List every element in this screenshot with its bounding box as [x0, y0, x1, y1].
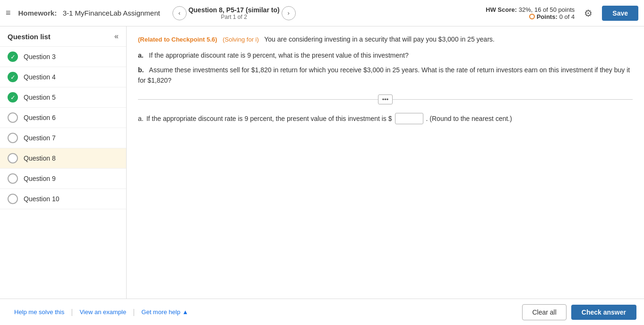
sidebar-header: Question list « [0, 26, 126, 47]
question-info: Question 8, P5-17 (similar to) Part 1 of… [189, 6, 280, 20]
sidebar-item-label-q9: Question 9 [24, 175, 56, 182]
bottom-bar: Help me solve this | View an example | G… [0, 299, 644, 325]
main-layout: Question list « ✓ Question 3 ✓ Question … [0, 26, 644, 299]
answer-part-a-suffix: . (Round to the nearest cent.) [426, 115, 512, 122]
nav-arrows: ‹ Question 8, P5-17 (similar to) Part 1 … [172, 6, 296, 20]
answer-part-a-prefix: If the appropriate discount rate is 9 pe… [146, 115, 392, 122]
empty-icon-q6 [8, 112, 18, 123]
help-me-solve-button[interactable]: Help me solve this [8, 306, 71, 318]
question-info-title: Question 8, P5-17 (similar to) [189, 6, 280, 14]
check-icon-q4: ✓ [8, 72, 18, 82]
assignment-name: 3-1 MyFinanceLab Assignment [63, 9, 160, 17]
hw-score-label: HW Score: [486, 6, 517, 13]
hw-score-value: 32%, 16 of 50 points [519, 6, 575, 13]
navbar-title: Homework: 3-1 MyFinanceLab Assignment [18, 9, 160, 17]
save-button[interactable]: Save [602, 6, 638, 21]
sidebar-item-label-q3: Question 3 [24, 53, 56, 60]
check-icon-q3: ✓ [8, 51, 18, 62]
hw-label: Homework: [18, 9, 57, 17]
sidebar-item-label-q7: Question 7 [24, 134, 56, 142]
settings-button[interactable]: ⚙ [584, 8, 592, 19]
question-body: a. If the appropriate discount rate is 9… [138, 50, 633, 86]
answer-a-part-label: a. [138, 115, 144, 122]
empty-icon-q7 [8, 133, 18, 143]
empty-icon-q9 [8, 173, 18, 184]
dots-button[interactable]: ••• [378, 94, 393, 104]
empty-icon-q10 [8, 194, 18, 204]
answer-row-a: a. If the appropriate discount rate is 9… [138, 113, 633, 124]
clear-all-button[interactable]: Clear all [522, 304, 566, 320]
content-area: (Related to Checkpoint 5.6) (Solving for… [127, 26, 644, 299]
sidebar-item-q5[interactable]: ✓ Question 5 [0, 87, 126, 108]
question-header: (Related to Checkpoint 5.6) (Solving for… [138, 34, 633, 44]
navbar: ≡ Homework: 3-1 MyFinanceLab Assignment … [0, 0, 644, 26]
points-value: 0 of 4 [559, 13, 575, 20]
chevron-up-icon: ▲ [182, 308, 189, 316]
points-label: Points: [537, 13, 558, 20]
sidebar-title: Question list [8, 33, 51, 41]
hw-score: HW Score: 32%, 16 of 50 points Points: 0… [486, 6, 575, 20]
sidebar-item-label-q6: Question 6 [24, 114, 56, 121]
part-b-label: b. [138, 66, 144, 74]
get-more-help-label: Get more help [141, 308, 180, 316]
sidebar-item-label-q10: Question 10 [24, 195, 60, 203]
checkpoint-label: (Related to Checkpoint 5.6) [138, 36, 217, 43]
sidebar-item-q8[interactable]: Question 8 [0, 148, 126, 169]
next-question-button[interactable]: › [282, 6, 296, 20]
sidebar-item-q6[interactable]: Question 6 [0, 108, 126, 128]
menu-icon[interactable]: ≡ [6, 8, 11, 18]
sidebar-item-q3[interactable]: ✓ Question 3 [0, 47, 126, 67]
check-answer-button[interactable]: Check answer [571, 305, 636, 320]
sidebar-item-q4[interactable]: ✓ Question 4 [0, 67, 126, 87]
collapse-sidebar-button[interactable]: « [114, 32, 119, 41]
sidebar-item-label-q5: Question 5 [24, 94, 56, 101]
sidebar-item-label-q4: Question 4 [24, 73, 56, 81]
part-b-text: Assume these investments sell for $1,820… [138, 66, 630, 84]
sidebar-item-label-q8: Question 8 [24, 154, 56, 162]
sidebar-item-q9[interactable]: Question 9 [0, 169, 126, 189]
prev-question-button[interactable]: ‹ [172, 6, 187, 20]
solving-label: (Solving for i) [223, 36, 259, 43]
question-info-part: Part 1 of 2 [189, 14, 280, 20]
check-icon-q5: ✓ [8, 92, 18, 103]
part-a-text: If the appropriate discount rate is 9 pe… [149, 51, 408, 59]
view-example-button[interactable]: View an example [73, 306, 133, 318]
get-more-help-button[interactable]: Get more help ▲ [135, 306, 195, 318]
answer-part-a-label: a. [138, 115, 144, 122]
part-a-label: a. [138, 51, 144, 59]
empty-icon-q8 [8, 153, 18, 163]
sidebar-item-q10[interactable]: Question 10 [0, 189, 126, 209]
answer-input-a[interactable] [395, 113, 423, 124]
sidebar: Question list « ✓ Question 3 ✓ Question … [0, 26, 127, 299]
score-circle-icon [529, 14, 535, 19]
sidebar-item-q7[interactable]: Question 7 [0, 128, 126, 148]
intro-text: You are considering investing in a secur… [264, 35, 494, 43]
